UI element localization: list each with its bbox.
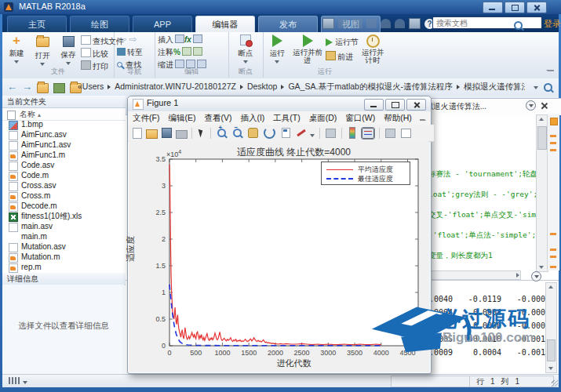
minimize-button[interactable] bbox=[483, 2, 503, 13]
figure-window[interactable]: Figure 1 文件(F)编辑(E)查看(V)插入(I)工具(T)桌面(D)窗… bbox=[127, 96, 432, 374]
editor-vscroll-thumb[interactable] bbox=[537, 126, 547, 150]
insert-button[interactable]: 插入fx bbox=[158, 34, 202, 45]
current-folder-header[interactable]: 当前文件夹 bbox=[2, 96, 126, 108]
zoom-out-icon[interactable]: − bbox=[233, 126, 242, 140]
close-button[interactable] bbox=[526, 2, 547, 13]
copy-icon[interactable] bbox=[352, 19, 362, 28]
ribbon-tab[interactable]: 主页 bbox=[7, 16, 67, 33]
cmd-scroll-up-icon[interactable] bbox=[548, 285, 553, 289]
breadcrumb-item[interactable]: 模拟退火遗传算法程序 bbox=[464, 82, 525, 93]
goto-button[interactable]: 转至 bbox=[117, 47, 143, 58]
figure-menu-item[interactable]: 插入(I) bbox=[240, 111, 264, 125]
ribbon-collapse-icon[interactable] bbox=[546, 70, 554, 75]
cmd-scroll-down-icon[interactable] bbox=[548, 367, 553, 370]
file-row[interactable]: AimFunc.asv bbox=[2, 129, 125, 140]
forward-icon[interactable]: → bbox=[22, 79, 32, 95]
breadcrumb-item[interactable]: GA_SA.基于matlab的模拟退火-遗传算法程序 bbox=[288, 82, 452, 93]
run-and-advance-button[interactable]: 运行并前进 bbox=[293, 34, 322, 64]
status-details-dropdown-icon[interactable] bbox=[23, 381, 27, 384]
figure-maximize-button[interactable] bbox=[385, 99, 405, 111]
undo-icon[interactable] bbox=[381, 19, 391, 28]
file-row[interactable]: main.m bbox=[2, 231, 125, 241]
figure-menu-item[interactable]: 文件(F) bbox=[133, 111, 159, 125]
breakpoints-button[interactable]: 断点 bbox=[233, 34, 258, 64]
app-titlebar[interactable]: MATLAB R2018a bbox=[0, 0, 561, 14]
file-row[interactable]: rep.m bbox=[2, 262, 125, 272]
file-row[interactable]: Cross.asv bbox=[2, 180, 125, 191]
breadcrumb-item[interactable]: Users bbox=[82, 82, 104, 91]
edit-plot-arrow-icon[interactable] bbox=[199, 129, 205, 138]
file-row[interactable]: Cross.m bbox=[2, 191, 125, 201]
doc-search-input[interactable] bbox=[432, 16, 542, 29]
file-row[interactable]: Decode.m bbox=[2, 201, 125, 211]
up-folder-icon[interactable] bbox=[37, 83, 49, 93]
file-row[interactable]: fitness1(10维).xls bbox=[2, 211, 125, 221]
print-figure-icon[interactable] bbox=[176, 130, 188, 139]
redo-icon[interactable] bbox=[395, 19, 405, 28]
editor-close-icon[interactable] bbox=[541, 102, 548, 109]
nav-back-forward-icons[interactable]: ⇦ ⇨ bbox=[118, 34, 137, 45]
legend-entry[interactable]: 最佳适应度 bbox=[326, 174, 393, 183]
details-header[interactable]: 详细信息 bbox=[2, 273, 129, 285]
figure-menu-item[interactable]: 帮助(H) bbox=[384, 111, 412, 125]
figure-menu-item[interactable]: 桌面(D) bbox=[309, 111, 337, 125]
breadcrumb-item[interactable]: Administrator.WIN7U-20180127Z bbox=[115, 82, 236, 91]
brush-icon[interactable] bbox=[297, 129, 306, 136]
editor-message-indicator-bar[interactable] bbox=[547, 114, 559, 270]
compare-button[interactable]: 比较 bbox=[81, 48, 108, 59]
maximize-button[interactable] bbox=[505, 2, 525, 13]
browse-folder-icon[interactable] bbox=[53, 83, 65, 93]
resize-grip[interactable] bbox=[552, 380, 558, 387]
desktop-layout-icon[interactable] bbox=[409, 18, 421, 29]
editor-actions-icon[interactable] bbox=[526, 100, 536, 111]
save-icon[interactable] bbox=[322, 18, 334, 29]
legend-entry[interactable]: 平均适应度 bbox=[326, 165, 393, 174]
new-button[interactable]: + 新建 bbox=[4, 34, 29, 64]
warning-summary-icon[interactable] bbox=[550, 118, 558, 125]
new-figure-icon[interactable] bbox=[133, 128, 142, 139]
zoom-in-icon[interactable]: + bbox=[217, 126, 226, 140]
ribbon-tab[interactable]: 发布 bbox=[258, 16, 318, 33]
save-figure-icon[interactable] bbox=[162, 128, 172, 138]
sign-in-link[interactable]: 登录 bbox=[544, 18, 561, 30]
run-button[interactable]: 运行 bbox=[264, 34, 290, 64]
figure-close-button[interactable] bbox=[406, 99, 426, 111]
figure-menu-item[interactable]: 编辑(E) bbox=[168, 111, 195, 125]
figure-menu-item[interactable]: 查看(V) bbox=[204, 111, 231, 125]
ribbon-tab-active[interactable]: 编辑器 bbox=[195, 16, 255, 33]
run-section-button[interactable]: 运行节 bbox=[326, 37, 359, 48]
plot-legend[interactable]: 平均适应度最佳适应度 bbox=[321, 162, 410, 185]
folder-search-icon[interactable] bbox=[544, 83, 552, 93]
breadcrumb-dropdown-icon[interactable] bbox=[534, 86, 538, 89]
pan-hand-icon[interactable] bbox=[248, 128, 258, 138]
rotate-3d-icon[interactable] bbox=[264, 127, 275, 139]
editor-vscroll-down-arrow-icon[interactable] bbox=[539, 266, 544, 269]
figure-menu-item[interactable]: 窗口(W) bbox=[345, 111, 375, 125]
editor-vscroll-up-arrow-icon[interactable] bbox=[539, 118, 544, 121]
ribbon-tab[interactable]: 绘图 bbox=[70, 16, 129, 33]
open-button[interactable]: 打开 bbox=[30, 34, 55, 66]
file-row[interactable]: Code.m bbox=[2, 170, 125, 180]
command-window-actions-icon[interactable] bbox=[531, 271, 541, 281]
editor-hscroll-right-arrow-icon[interactable] bbox=[516, 273, 519, 278]
figure-minimize-button[interactable] bbox=[364, 99, 384, 111]
cut-icon[interactable] bbox=[338, 19, 348, 28]
file-row[interactable]: AimFunc1.asv bbox=[2, 140, 125, 150]
command-window-scrollbar[interactable] bbox=[545, 282, 557, 373]
insert-legend-icon[interactable] bbox=[362, 128, 374, 139]
show-plot-tools-icon[interactable] bbox=[401, 129, 411, 138]
brush-dropdown-icon[interactable] bbox=[310, 134, 315, 137]
insert-colorbar-icon[interactable] bbox=[349, 127, 355, 139]
run-and-time-button[interactable]: 运行并计时 bbox=[359, 34, 387, 64]
link-plot-icon[interactable] bbox=[326, 129, 336, 138]
comment-button[interactable]: 注释% bbox=[158, 47, 202, 58]
search-icon[interactable] bbox=[514, 19, 523, 33]
cmd-scroll-thumb[interactable] bbox=[547, 339, 556, 361]
file-row[interactable]: 1.bmp bbox=[2, 119, 125, 129]
hide-plot-tools-icon[interactable] bbox=[385, 129, 395, 138]
data-cursor-icon[interactable] bbox=[282, 128, 290, 138]
file-row[interactable]: Mutation.asv bbox=[2, 241, 125, 252]
figure-titlebar[interactable]: Figure 1 bbox=[128, 96, 431, 112]
file-row[interactable]: AimFunc1.m bbox=[2, 150, 125, 160]
ribbon-tab[interactable]: APP bbox=[133, 16, 192, 33]
